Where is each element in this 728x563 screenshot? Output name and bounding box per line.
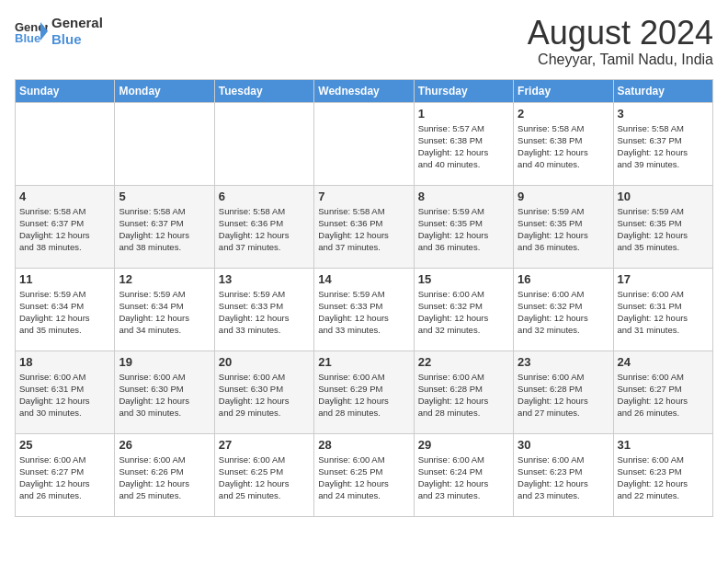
day-number: 19 <box>119 355 210 369</box>
day-info: Sunrise: 6:00 AM Sunset: 6:23 PM Dayligh… <box>518 454 609 502</box>
calendar-cell: 30Sunrise: 6:00 AM Sunset: 6:23 PM Dayli… <box>514 433 613 516</box>
calendar-cell: 3Sunrise: 5:58 AM Sunset: 6:37 PM Daylig… <box>613 102 712 185</box>
svg-text:Blue: Blue <box>15 31 40 44</box>
calendar-header: SundayMondayTuesdayWednesdayThursdayFrid… <box>16 79 713 102</box>
day-info: Sunrise: 6:00 AM Sunset: 6:31 PM Dayligh… <box>19 371 110 419</box>
calendar-cell: 10Sunrise: 5:59 AM Sunset: 6:35 PM Dayli… <box>613 185 712 268</box>
day-info: Sunrise: 5:57 AM Sunset: 6:38 PM Dayligh… <box>418 122 509 171</box>
calendar-week-3: 11Sunrise: 5:59 AM Sunset: 6:34 PM Dayli… <box>16 268 713 350</box>
calendar-cell: 13Sunrise: 5:59 AM Sunset: 6:33 PM Dayli… <box>214 268 313 350</box>
calendar-cell: 29Sunrise: 6:00 AM Sunset: 6:24 PM Dayli… <box>414 433 513 516</box>
logo-line1: General <box>51 15 103 31</box>
calendar-subtitle: Cheyyar, Tamil Nadu, India <box>528 52 713 68</box>
day-info: Sunrise: 6:00 AM Sunset: 6:27 PM Dayligh… <box>19 454 110 502</box>
day-info: Sunrise: 5:59 AM Sunset: 6:34 PM Dayligh… <box>19 288 110 337</box>
day-info: Sunrise: 5:59 AM Sunset: 6:33 PM Dayligh… <box>219 288 310 337</box>
day-number: 27 <box>219 438 310 452</box>
calendar-cell: 26Sunrise: 6:00 AM Sunset: 6:26 PM Dayli… <box>115 433 214 516</box>
day-number: 31 <box>618 438 709 452</box>
day-number: 16 <box>518 272 609 286</box>
day-header-sunday: Sunday <box>16 79 115 102</box>
day-number: 15 <box>418 272 509 286</box>
day-info: Sunrise: 6:00 AM Sunset: 6:30 PM Dayligh… <box>219 371 310 419</box>
calendar-cell: 6Sunrise: 5:58 AM Sunset: 6:36 PM Daylig… <box>214 185 313 268</box>
calendar-cell: 16Sunrise: 6:00 AM Sunset: 6:32 PM Dayli… <box>514 268 613 350</box>
day-info: Sunrise: 6:00 AM Sunset: 6:32 PM Dayligh… <box>518 288 609 337</box>
day-info: Sunrise: 5:59 AM Sunset: 6:33 PM Dayligh… <box>318 288 409 337</box>
day-info: Sunrise: 6:00 AM Sunset: 6:26 PM Dayligh… <box>119 454 210 502</box>
day-number: 14 <box>318 272 409 286</box>
day-info: Sunrise: 5:58 AM Sunset: 6:36 PM Dayligh… <box>219 205 310 254</box>
calendar-cell: 28Sunrise: 6:00 AM Sunset: 6:25 PM Dayli… <box>314 433 414 516</box>
day-info: Sunrise: 6:00 AM Sunset: 6:24 PM Dayligh… <box>418 454 509 502</box>
calendar-body: 1Sunrise: 5:57 AM Sunset: 6:38 PM Daylig… <box>16 102 713 516</box>
day-info: Sunrise: 6:00 AM Sunset: 6:28 PM Dayligh… <box>518 371 609 419</box>
calendar-cell: 11Sunrise: 5:59 AM Sunset: 6:34 PM Dayli… <box>16 268 115 350</box>
day-info: Sunrise: 5:58 AM Sunset: 6:37 PM Dayligh… <box>618 122 709 171</box>
day-info: Sunrise: 6:00 AM Sunset: 6:32 PM Dayligh… <box>418 288 509 337</box>
day-number: 6 <box>219 190 310 203</box>
day-number: 3 <box>618 107 709 121</box>
day-number: 11 <box>19 272 110 286</box>
day-header-wednesday: Wednesday <box>314 79 414 102</box>
day-number: 4 <box>19 190 110 203</box>
day-header-friday: Friday <box>514 79 613 102</box>
calendar-cell <box>314 102 414 185</box>
calendar-cell: 23Sunrise: 6:00 AM Sunset: 6:28 PM Dayli… <box>514 350 613 433</box>
calendar-week-5: 25Sunrise: 6:00 AM Sunset: 6:27 PM Dayli… <box>16 433 713 516</box>
day-number: 22 <box>418 355 509 369</box>
logo-line2: Blue <box>51 31 103 48</box>
day-number: 2 <box>518 107 609 121</box>
day-number: 24 <box>618 355 709 369</box>
day-number: 12 <box>119 272 210 286</box>
calendar-cell: 27Sunrise: 6:00 AM Sunset: 6:25 PM Dayli… <box>214 433 313 516</box>
day-number: 18 <box>19 355 110 369</box>
day-info: Sunrise: 6:00 AM Sunset: 6:23 PM Dayligh… <box>618 454 709 502</box>
calendar-cell: 25Sunrise: 6:00 AM Sunset: 6:27 PM Dayli… <box>16 433 115 516</box>
calendar-cell <box>16 102 115 185</box>
calendar-cell: 7Sunrise: 5:58 AM Sunset: 6:36 PM Daylig… <box>314 185 414 268</box>
calendar-cell: 21Sunrise: 6:00 AM Sunset: 6:29 PM Dayli… <box>314 350 414 433</box>
day-info: Sunrise: 5:59 AM Sunset: 6:35 PM Dayligh… <box>618 205 709 254</box>
calendar-table: SundayMondayTuesdayWednesdayThursdayFrid… <box>15 79 713 517</box>
calendar-cell: 24Sunrise: 6:00 AM Sunset: 6:27 PM Dayli… <box>613 350 712 433</box>
day-header-monday: Monday <box>115 79 214 102</box>
calendar-cell: 1Sunrise: 5:57 AM Sunset: 6:38 PM Daylig… <box>414 102 513 185</box>
day-header-saturday: Saturday <box>613 79 712 102</box>
calendar-cell: 2Sunrise: 5:58 AM Sunset: 6:38 PM Daylig… <box>514 102 613 185</box>
day-info: Sunrise: 5:58 AM Sunset: 6:38 PM Dayligh… <box>518 122 609 171</box>
day-number: 13 <box>219 272 310 286</box>
calendar-week-1: 1Sunrise: 5:57 AM Sunset: 6:38 PM Daylig… <box>16 102 713 185</box>
day-info: Sunrise: 5:58 AM Sunset: 6:37 PM Dayligh… <box>119 205 210 254</box>
day-info: Sunrise: 6:00 AM Sunset: 6:28 PM Dayligh… <box>418 371 509 419</box>
day-number: 25 <box>19 438 110 452</box>
logo-icon: General Blue <box>15 18 48 44</box>
day-info: Sunrise: 6:00 AM Sunset: 6:30 PM Dayligh… <box>119 371 210 419</box>
day-number: 29 <box>418 438 509 452</box>
calendar-cell: 14Sunrise: 5:59 AM Sunset: 6:33 PM Dayli… <box>314 268 414 350</box>
day-number: 1 <box>418 107 509 121</box>
calendar-cell: 12Sunrise: 5:59 AM Sunset: 6:34 PM Dayli… <box>115 268 214 350</box>
calendar-cell: 15Sunrise: 6:00 AM Sunset: 6:32 PM Dayli… <box>414 268 513 350</box>
day-info: Sunrise: 5:59 AM Sunset: 6:34 PM Dayligh… <box>119 288 210 337</box>
calendar-cell: 19Sunrise: 6:00 AM Sunset: 6:30 PM Dayli… <box>115 350 214 433</box>
page-header: General Blue General Blue August 2024 Ch… <box>15 15 713 68</box>
day-number: 23 <box>518 355 609 369</box>
calendar-cell: 22Sunrise: 6:00 AM Sunset: 6:28 PM Dayli… <box>414 350 513 433</box>
calendar-cell: 31Sunrise: 6:00 AM Sunset: 6:23 PM Dayli… <box>613 433 712 516</box>
day-number: 7 <box>318 190 409 203</box>
calendar-cell: 8Sunrise: 5:59 AM Sunset: 6:35 PM Daylig… <box>414 185 513 268</box>
calendar-week-4: 18Sunrise: 6:00 AM Sunset: 6:31 PM Dayli… <box>16 350 713 433</box>
day-number: 26 <box>119 438 210 452</box>
calendar-cell: 4Sunrise: 5:58 AM Sunset: 6:37 PM Daylig… <box>16 185 115 268</box>
calendar-cell <box>214 102 313 185</box>
calendar-cell: 9Sunrise: 5:59 AM Sunset: 6:35 PM Daylig… <box>514 185 613 268</box>
calendar-week-2: 4Sunrise: 5:58 AM Sunset: 6:37 PM Daylig… <box>16 185 713 268</box>
calendar-cell: 17Sunrise: 6:00 AM Sunset: 6:31 PM Dayli… <box>613 268 712 350</box>
day-info: Sunrise: 6:00 AM Sunset: 6:31 PM Dayligh… <box>618 288 709 337</box>
title-block: August 2024 Cheyyar, Tamil Nadu, India <box>528 15 713 68</box>
day-info: Sunrise: 6:00 AM Sunset: 6:25 PM Dayligh… <box>219 454 310 502</box>
day-number: 8 <box>418 190 509 203</box>
day-info: Sunrise: 5:58 AM Sunset: 6:37 PM Dayligh… <box>19 205 110 254</box>
calendar-cell: 20Sunrise: 6:00 AM Sunset: 6:30 PM Dayli… <box>214 350 313 433</box>
